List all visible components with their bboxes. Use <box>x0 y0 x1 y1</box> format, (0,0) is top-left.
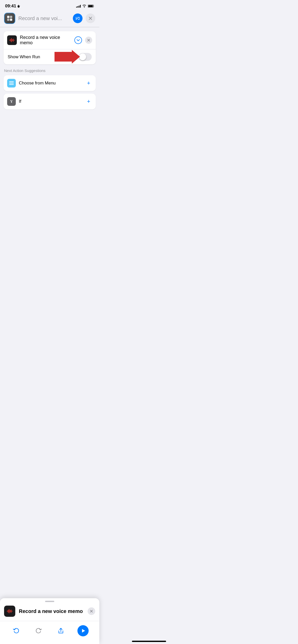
suggestions-label: Next Action Suggestions <box>4 68 95 73</box>
status-icons <box>76 5 94 8</box>
shortcuts-icon <box>6 15 13 22</box>
waveform-icon <box>9 37 15 43</box>
svg-point-10 <box>78 18 79 19</box>
battery-icon <box>88 5 94 8</box>
show-when-run-toggle[interactable] <box>79 53 92 61</box>
action-card-header: Record a new voice memo <box>4 31 96 49</box>
svg-rect-17 <box>12 39 13 41</box>
svg-rect-2 <box>7 16 9 18</box>
red-arrow-indicator <box>55 50 80 64</box>
voice-memo-icon <box>7 35 17 45</box>
filter-icon <box>75 16 80 21</box>
svg-rect-23 <box>9 81 14 82</box>
choose-from-menu-label: Choose from Menu <box>19 81 82 86</box>
svg-rect-5 <box>10 19 12 21</box>
toggle-knob <box>79 53 86 60</box>
svg-rect-14 <box>9 40 10 41</box>
action-card: Record a new voice memo Show When Run <box>4 31 96 64</box>
svg-marker-22 <box>55 50 80 64</box>
add-choose-from-menu-button[interactable]: + <box>85 80 92 87</box>
header-divider <box>0 27 99 27</box>
header-title: Record a new voi... <box>18 16 70 21</box>
wifi-icon <box>82 5 86 8</box>
action-remove-button[interactable] <box>85 37 92 44</box>
menu-list-icon <box>9 80 14 86</box>
svg-point-9 <box>76 17 77 18</box>
action-expand-button[interactable] <box>74 36 82 44</box>
svg-rect-4 <box>7 19 9 21</box>
svg-rect-3 <box>10 16 12 18</box>
svg-rect-16 <box>11 38 12 42</box>
svg-rect-18 <box>13 39 13 42</box>
chevron-down-icon <box>76 38 80 42</box>
toggle-container <box>79 53 92 61</box>
location-icon <box>17 5 20 8</box>
status-time: 09:41 <box>5 4 20 9</box>
svg-text:Y: Y <box>10 100 13 104</box>
signal-bars-icon <box>76 5 81 8</box>
close-button[interactable] <box>86 13 95 23</box>
suggestion-if[interactable]: Y If + <box>4 94 96 109</box>
app-icon <box>4 13 15 24</box>
remove-icon <box>87 39 90 42</box>
svg-rect-15 <box>10 39 11 41</box>
suggestion-choose-from-menu[interactable]: Choose from Menu + <box>4 75 96 91</box>
close-icon <box>89 17 92 20</box>
choose-from-menu-icon <box>7 79 16 87</box>
if-icon: Y <box>7 97 16 106</box>
svg-point-11 <box>77 19 78 20</box>
show-when-run-row: Show When Run <box>4 49 96 64</box>
if-branch-icon: Y <box>9 99 14 104</box>
if-label: If <box>19 99 82 104</box>
svg-rect-19 <box>14 40 15 41</box>
show-when-run-label: Show When Run <box>8 54 40 60</box>
header: Record a new voi... <box>0 11 99 27</box>
action-title: Record a new voice memo <box>20 35 71 46</box>
svg-rect-25 <box>9 84 14 85</box>
svg-rect-1 <box>88 5 93 7</box>
svg-rect-24 <box>9 83 14 84</box>
status-bar: 09:41 <box>0 0 99 11</box>
filter-button[interactable] <box>73 13 83 23</box>
add-if-button[interactable]: + <box>85 98 92 105</box>
